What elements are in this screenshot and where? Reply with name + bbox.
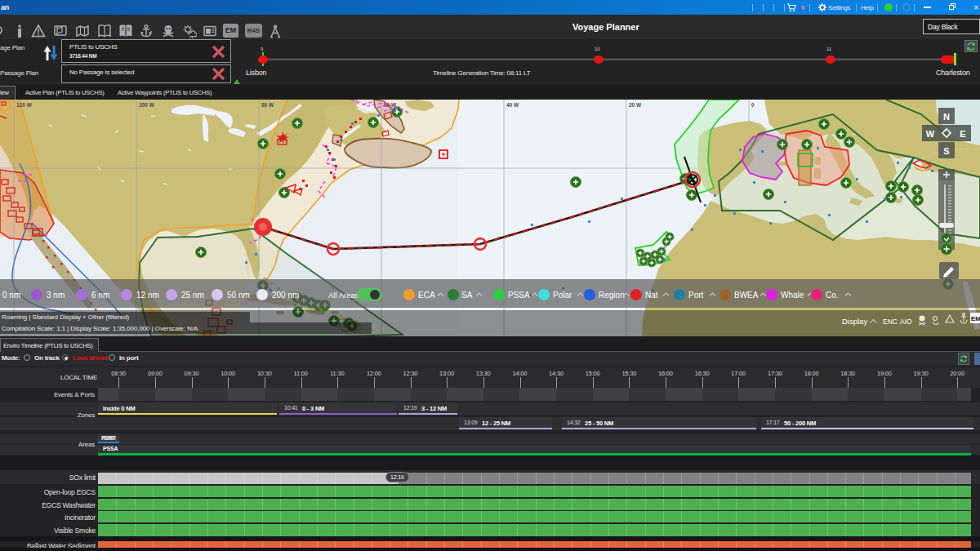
svg-text:Co.: Co. bbox=[826, 291, 839, 300]
svg-text:6 nm: 6 nm bbox=[91, 291, 109, 300]
svg-text:20 W: 20 W bbox=[629, 102, 642, 108]
svg-text:12 nm: 12 nm bbox=[136, 291, 159, 300]
svg-text:120 W: 120 W bbox=[16, 102, 33, 108]
svg-text:ECA: ECA bbox=[418, 291, 435, 300]
svg-text:Roaming | Standard Display + O: Roaming | Standard Display + Other (filt… bbox=[2, 313, 129, 321]
svg-text:BWEA: BWEA bbox=[734, 291, 759, 300]
svg-text:50 nm: 50 nm bbox=[227, 291, 250, 300]
svg-text:3 nm: 3 nm bbox=[47, 291, 65, 300]
svg-text:Nat: Nat bbox=[645, 291, 658, 300]
svg-text:W: W bbox=[926, 129, 935, 139]
svg-text:PSSA: PSSA bbox=[508, 291, 530, 300]
svg-text:E: E bbox=[960, 129, 965, 139]
svg-text:Display: Display bbox=[842, 317, 867, 326]
svg-text:80 W: 80 W bbox=[261, 102, 274, 108]
svg-text:200 nm: 200 nm bbox=[272, 291, 299, 300]
svg-text:AIO: AIO bbox=[900, 318, 912, 326]
svg-text:All Areas: All Areas bbox=[328, 291, 359, 300]
svg-text:Polar: Polar bbox=[553, 291, 572, 300]
svg-text:0: 0 bbox=[751, 102, 755, 108]
svg-text:Compilation Scale: 1:1 | Disp: Compilation Scale: 1:1 | Display Scale: … bbox=[2, 325, 198, 332]
svg-text:SA: SA bbox=[461, 291, 473, 300]
svg-text:N: N bbox=[943, 112, 950, 122]
svg-text:Region: Region bbox=[599, 291, 625, 300]
svg-text:Port: Port bbox=[688, 291, 704, 300]
svg-text:40 W: 40 W bbox=[506, 102, 519, 108]
svg-text:S: S bbox=[943, 146, 949, 156]
svg-text:0 nm: 0 nm bbox=[2, 291, 20, 300]
svg-text:ENC: ENC bbox=[883, 318, 898, 326]
svg-text:EM: EM bbox=[971, 315, 980, 322]
svg-text:Whale: Whale bbox=[781, 291, 804, 300]
svg-text:25 nm: 25 nm bbox=[181, 291, 204, 300]
svg-text:100 W: 100 W bbox=[139, 102, 155, 108]
